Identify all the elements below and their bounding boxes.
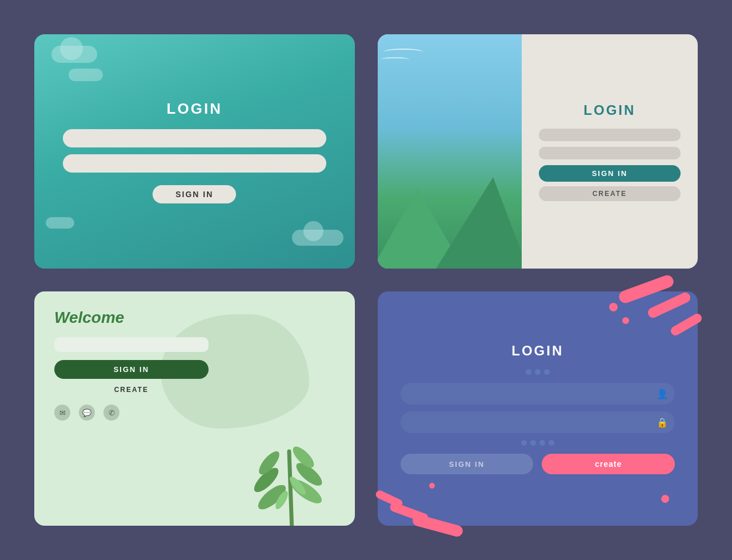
email-icon[interactable]: ✉ (54, 405, 70, 421)
phone-icon[interactable]: ✆ (103, 405, 119, 421)
card4-create-button[interactable]: create (542, 454, 675, 474)
cloud-decoration-3 (292, 230, 343, 246)
card4-button-row: SIGN IN create (401, 454, 675, 474)
card4-username-wrap: 👤 (401, 383, 675, 405)
card4-password-wrap: 🔒 (401, 411, 675, 433)
card3-signin-button[interactable]: Sign In (54, 360, 209, 379)
pink-deco-3 (669, 312, 703, 337)
card4-signin-button[interactable]: SIGN IN (401, 454, 534, 474)
card1-signin-button[interactable]: Sign In (153, 185, 236, 203)
main-grid: LOGIN Sign In LOGIN Sign In CREATE Welco… (0, 0, 732, 560)
card-teal-login: LOGIN Sign In (34, 34, 355, 269)
card2-signin-button[interactable]: Sign In (539, 165, 681, 182)
card3-title: Welcome (54, 309, 335, 327)
card2-create-button[interactable]: CREATE (539, 186, 681, 201)
lock-icon: 🔒 (657, 417, 668, 428)
card3-create-button[interactable]: CREATE (54, 383, 209, 396)
card-landscape-login: LOGIN Sign In CREATE (378, 34, 698, 269)
card4-password-input[interactable] (401, 411, 675, 433)
pink-dot-top-2 (622, 317, 629, 324)
mountain-right (436, 177, 522, 269)
card3-username-input[interactable] (54, 337, 209, 352)
sky-line-1 (383, 49, 423, 55)
cloud-decoration-4 (46, 217, 74, 229)
card2-password-input[interactable] (539, 147, 681, 159)
chat-icon[interactable]: 💬 (79, 405, 95, 421)
card4-username-input[interactable] (401, 383, 675, 405)
cloud-decoration-1 (51, 46, 97, 63)
landscape-illustration (378, 34, 522, 269)
plant-illustration (241, 417, 343, 526)
card1-password-input[interactable] (63, 154, 326, 173)
pink-deco-bottom-3 (374, 489, 403, 509)
pink-dot-bottom-1 (661, 495, 669, 503)
cloud-decoration-2 (69, 69, 103, 81)
card4-title: LOGIN (511, 343, 563, 359)
pink-deco-2 (646, 291, 692, 319)
pink-dot-top-1 (609, 303, 618, 311)
blue-dots-bottom (521, 440, 554, 446)
card2-title: LOGIN (583, 102, 635, 118)
user-icon: 👤 (657, 389, 668, 399)
card2-form-side: LOGIN Sign In CREATE (522, 34, 698, 269)
blue-dots-top (526, 369, 550, 375)
card2-username-input[interactable] (539, 129, 681, 141)
card1-title: LOGIN (167, 100, 222, 118)
svg-line-0 (289, 451, 292, 526)
pink-dot-bottom-2 (429, 483, 435, 489)
sky-line-2 (381, 57, 409, 62)
card-blue-login: LOGIN 👤 🔒 SIGN IN create (378, 291, 698, 526)
card1-username-input[interactable] (63, 129, 326, 147)
card-welcome-login: Welcome Sign In CREATE ✉ 💬 ✆ (34, 291, 355, 526)
